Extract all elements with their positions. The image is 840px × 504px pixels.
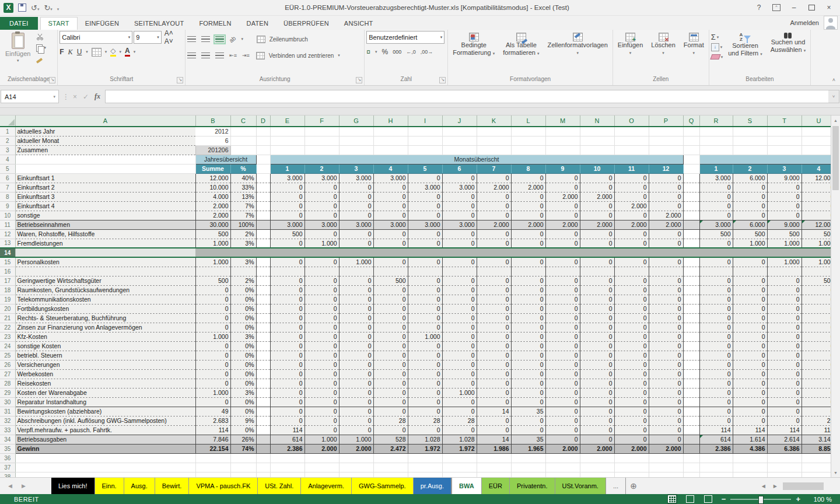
cell-month[interactable]: 0 <box>649 183 683 192</box>
cell-month[interactable]: 0 <box>373 360 408 369</box>
cell-month[interactable]: 0 <box>304 192 339 201</box>
qat-customize-icon[interactable]: ▾ <box>57 4 60 12</box>
cell[interactable] <box>545 472 580 477</box>
cell-cum[interactable]: 0 <box>699 351 733 360</box>
cell-month[interactable]: 0 <box>477 351 511 360</box>
cell-cum[interactable]: 0 <box>699 239 733 248</box>
cell-c35[interactable]: 74% <box>230 444 256 453</box>
cell-month[interactable]: 0 <box>545 332 580 341</box>
cell-cum[interactable]: 4.386 <box>733 444 767 453</box>
cell-month[interactable]: 0 <box>373 211 408 220</box>
cell-c18[interactable]: 0% <box>230 285 256 295</box>
underline-button[interactable]: U <box>77 48 82 56</box>
cell-month[interactable]: 0 <box>408 341 442 351</box>
cell-month[interactable]: 0 <box>339 201 373 211</box>
cell-month[interactable]: 0 <box>614 183 649 192</box>
cell-month[interactable]: 0 <box>304 276 339 285</box>
cell[interactable] <box>256 444 270 453</box>
cell[interactable] <box>683 472 699 477</box>
row-header-12[interactable]: 12 <box>0 229 15 239</box>
cell[interactable] <box>256 407 270 416</box>
cell-a23[interactable]: Kfz-Kosten <box>15 332 195 341</box>
cell-month[interactable]: 0 <box>580 388 614 397</box>
cell-cum[interactable]: 0 <box>767 416 802 425</box>
cell-month[interactable]: 0 <box>649 407 683 416</box>
cell[interactable] <box>256 351 270 360</box>
cell-month[interactable]: 0 <box>511 304 545 313</box>
cell[interactable] <box>683 183 699 192</box>
cell-b6[interactable]: 12.000 <box>195 173 230 183</box>
cell-month[interactable]: 0 <box>580 407 614 416</box>
cell-cum[interactable]: 0 <box>767 397 802 407</box>
cell-month[interactable]: 0 <box>373 229 408 239</box>
cell-month[interactable]: 0 <box>442 332 477 341</box>
cell-month[interactable]: 2.000 <box>614 444 649 453</box>
cell-month[interactable] <box>270 267 304 276</box>
wrap-text-button[interactable]: Zeilenumbruch <box>257 34 308 44</box>
row-header-20[interactable]: 20 <box>0 304 15 313</box>
sheet-tab[interactable]: Lies mich! <box>51 478 95 494</box>
cell-month[interactable]: 0 <box>545 341 580 351</box>
cell-selected[interactable] <box>477 248 511 257</box>
cell-month[interactable]: 0 <box>270 295 304 304</box>
cell-month[interactable]: 0 <box>442 239 477 248</box>
cell[interactable] <box>683 136 699 145</box>
cell-month[interactable]: 0 <box>339 397 373 407</box>
cell-month[interactable]: 0 <box>270 351 304 360</box>
cell[interactable] <box>614 127 649 136</box>
cell-cum[interactable]: 0 <box>767 295 802 304</box>
cell[interactable] <box>683 425 699 435</box>
cell-c13[interactable]: 3% <box>230 239 256 248</box>
column-header-n[interactable]: N <box>580 116 614 127</box>
cell-month[interactable]: 0 <box>408 407 442 416</box>
cell-month[interactable]: 0 <box>649 257 683 267</box>
cell-month[interactable]: 0 <box>649 425 683 435</box>
cell-a2[interactable]: aktueller Monat <box>15 136 195 145</box>
cell-b19[interactable]: 0 <box>195 295 230 304</box>
cell[interactable] <box>649 472 683 477</box>
cell-b1[interactable]: 2012 <box>195 127 230 136</box>
align-middle-button[interactable] <box>201 36 210 43</box>
sheet-tab[interactable]: Anlageverm. <box>301 478 352 494</box>
cell-month[interactable]: 0 <box>373 341 408 351</box>
cell-month[interactable]: 0 <box>511 295 545 304</box>
cell-month[interactable]: 0 <box>580 211 614 220</box>
cell-b20[interactable]: 0 <box>195 304 230 313</box>
cell-month[interactable]: 1.986 <box>477 444 511 453</box>
cell-month[interactable]: 0 <box>580 341 614 351</box>
cell-cum[interactable]: 0 <box>767 369 802 379</box>
cell-month[interactable]: 0 <box>511 229 545 239</box>
cell-month[interactable]: 0 <box>580 332 614 341</box>
cell-b13[interactable]: 1.000 <box>195 239 230 248</box>
cell-a32[interactable]: Abschreibungen (inkl. Auflösung GWG-Samm… <box>15 416 195 425</box>
cell-month[interactable]: 0 <box>304 257 339 267</box>
cell-month[interactable]: 0 <box>649 229 683 239</box>
cell-cum[interactable]: 0 <box>733 379 767 388</box>
cell-selected[interactable] <box>304 248 339 257</box>
cell-a8[interactable]: Einkunftsart 3 <box>15 192 195 201</box>
font-dialog-launcher-icon[interactable]: ↘ <box>177 77 183 83</box>
cell-cum[interactable]: 0 <box>767 407 802 416</box>
cell[interactable] <box>256 425 270 435</box>
cell-month[interactable]: 0 <box>614 379 649 388</box>
cell-month[interactable]: 0 <box>442 285 477 295</box>
cell[interactable] <box>270 145 304 155</box>
cell[interactable] <box>256 379 270 388</box>
cell[interactable] <box>15 463 195 472</box>
normal-view-button[interactable] <box>667 494 677 504</box>
bold-button[interactable]: F <box>60 48 64 56</box>
cell-month[interactable]: 0 <box>511 173 545 183</box>
cell-c25[interactable]: 0% <box>230 351 256 360</box>
cell-b10[interactable]: 2.000 <box>195 211 230 220</box>
cell-month[interactable]: 0 <box>649 416 683 425</box>
cell[interactable] <box>256 332 270 341</box>
cell[interactable] <box>699 463 733 472</box>
cell-month[interactable]: 0 <box>304 397 339 407</box>
ribbon-tab-start[interactable]: START <box>40 17 78 30</box>
cell-c8[interactable]: 13% <box>230 192 256 201</box>
cell-c16[interactable] <box>230 267 256 276</box>
cell[interactable] <box>683 229 699 239</box>
row-header-11[interactable]: 11 <box>0 220 15 229</box>
cell-cum[interactable]: 0 <box>733 397 767 407</box>
cell[interactable] <box>683 313 699 323</box>
